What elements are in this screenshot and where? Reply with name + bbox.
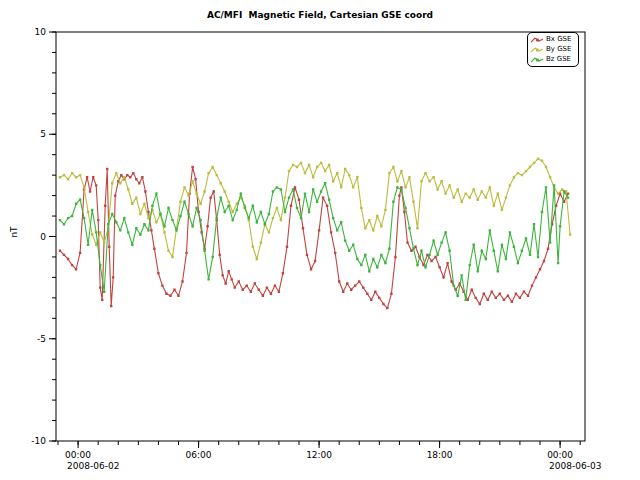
y-axis-label: nT	[9, 226, 19, 237]
legend[interactable]: Bx GSE By GSE Bz GSE	[527, 32, 579, 67]
x-tick-label: 18:00	[427, 450, 453, 460]
legend-item-bx[interactable]: Bx GSE	[531, 35, 575, 44]
bz-line-swatch-icon	[531, 56, 544, 64]
legend-label-by: By GSE	[546, 45, 571, 54]
legend-label-bx: Bx GSE	[546, 35, 571, 44]
bx-line-swatch-icon	[531, 36, 544, 44]
series-line-by	[60, 159, 570, 259]
by-line-swatch-icon	[531, 46, 544, 54]
plot-box	[56, 32, 585, 441]
legend-item-by[interactable]: By GSE	[531, 45, 575, 54]
x-date-label: 2008-06-03	[549, 461, 601, 471]
x-date-label: 2008-06-02	[67, 461, 119, 471]
plot-window: AC/MFI Magnetic Field, Cartesian GSE coo…	[0, 0, 640, 480]
series-markers-bx	[59, 166, 570, 309]
x-tick-label: 00:00	[547, 450, 573, 460]
y-tick-label: -5	[37, 334, 46, 344]
plot-area[interactable]: 1050-5-1000:002008-06-0206:0012:0018:000…	[0, 0, 640, 480]
y-tick-label: 5	[40, 129, 46, 139]
legend-label-bz: Bz GSE	[546, 55, 571, 64]
y-tick-label: -10	[31, 436, 46, 446]
y-tick-label: 0	[40, 232, 46, 242]
series-line-bx	[60, 167, 568, 308]
x-tick-label: 06:00	[186, 450, 212, 460]
y-tick-label: 10	[35, 27, 47, 37]
x-tick-label: 00:00	[65, 450, 91, 460]
x-tick-label: 12:00	[306, 450, 332, 460]
series-line-bz	[60, 183, 568, 300]
legend-item-bz[interactable]: Bz GSE	[531, 55, 575, 64]
